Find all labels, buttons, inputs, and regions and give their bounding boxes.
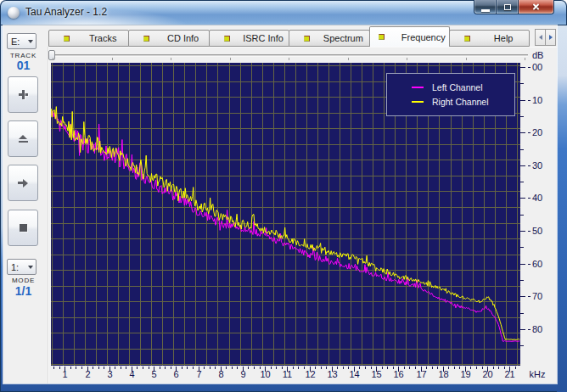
- svg-text:10: 10: [260, 369, 270, 379]
- tab-indicator-icon: [379, 34, 385, 40]
- chevron-down-icon: [28, 40, 33, 43]
- minimize-icon: [481, 9, 490, 12]
- svg-text:16: 16: [393, 369, 403, 379]
- drive-select[interactable]: E:: [7, 33, 36, 49]
- client-area: E: TRACK 01 1: MODE 1/1 TracksCD InfoISR…: [3, 25, 557, 384]
- svg-text:20: 20: [482, 369, 492, 379]
- svg-text:6: 6: [173, 369, 178, 379]
- app-icon[interactable]: [8, 7, 20, 19]
- svg-text:3: 3: [107, 369, 112, 379]
- svg-text:10: 10: [532, 95, 542, 105]
- tab-spectrum[interactable]: Spectrum: [289, 30, 369, 47]
- chevron-down-icon: [28, 266, 33, 269]
- svg-text:4: 4: [129, 369, 134, 379]
- tab-label: Tracks: [80, 33, 128, 43]
- eject-icon: [19, 135, 28, 143]
- mode-value: 1/1: [3, 284, 43, 298]
- tab-indicator-icon: [64, 36, 70, 42]
- tab-indicator-icon: [143, 36, 149, 42]
- svg-text:60: 60: [532, 259, 542, 269]
- svg-text:15: 15: [371, 369, 381, 379]
- svg-text:21: 21: [504, 369, 514, 379]
- app-window: Tau Analyzer - 1.2 E: TRACK 01 1: MODE 1…: [0, 0, 567, 392]
- svg-text:18: 18: [438, 369, 448, 379]
- plus-icon: [19, 90, 28, 99]
- tab-scroll-buttons: [535, 29, 556, 46]
- svg-text:2: 2: [85, 369, 90, 379]
- svg-text:5: 5: [151, 369, 156, 379]
- svg-text:9: 9: [240, 369, 245, 379]
- legend-item-right: Right Channel: [412, 97, 514, 108]
- svg-text:80: 80: [532, 324, 542, 334]
- tab-label: CD Info: [160, 33, 208, 43]
- slider-ticks: [48, 58, 532, 61]
- position-slider-track[interactable]: [49, 54, 528, 57]
- svg-text:12: 12: [305, 369, 315, 379]
- chart-legend: Left Channel Right Channel: [386, 73, 515, 116]
- svg-text:dB: dB: [532, 50, 543, 60]
- window-border-right: [557, 24, 567, 392]
- svg-text:70: 70: [532, 291, 542, 301]
- left-channel-swatch: [412, 87, 424, 88]
- title-bar[interactable]: Tau Analyzer - 1.2: [0, 0, 567, 25]
- eject-button[interactable]: [8, 120, 38, 157]
- svg-text:14: 14: [349, 369, 359, 379]
- close-button[interactable]: [518, 0, 554, 14]
- track-number: 01: [3, 59, 43, 72]
- next-button[interactable]: [8, 165, 38, 201]
- mode-select[interactable]: 1:: [7, 259, 36, 275]
- arrow-right-icon: [549, 35, 553, 40]
- svg-text:11: 11: [283, 369, 292, 379]
- tab-indicator-icon: [224, 36, 230, 42]
- tab-indicator-icon: [304, 36, 310, 42]
- tab-isrc-info[interactable]: ISRC Info: [209, 30, 289, 47]
- svg-text:20: 20: [532, 127, 542, 137]
- tab-frequency[interactable]: Frequency: [369, 26, 450, 47]
- svg-text:40: 40: [532, 193, 542, 203]
- close-icon: [532, 3, 540, 11]
- tab-scroll-right-button[interactable]: [545, 29, 556, 46]
- tab-cd-info[interactable]: CD Info: [128, 30, 209, 47]
- tab-label: Frequency: [401, 32, 449, 42]
- plus-button[interactable]: [8, 76, 38, 113]
- window-controls: [474, 0, 554, 14]
- right-channel-swatch: [412, 101, 424, 103]
- legend-item-left: Left Channel: [412, 82, 514, 93]
- minimize-button[interactable]: [474, 0, 497, 14]
- frequency-page: 123456789101112131415161718192021kHz0010…: [48, 47, 557, 384]
- svg-text:1: 1: [62, 369, 67, 379]
- tab-indicator-icon: [464, 36, 470, 42]
- maximize-button[interactable]: [496, 0, 519, 14]
- tab-tracks[interactable]: Tracks: [48, 30, 129, 47]
- svg-text:13: 13: [327, 369, 337, 379]
- svg-text:8: 8: [218, 369, 223, 379]
- arrow-left-icon: [539, 35, 542, 40]
- svg-text:kHz: kHz: [530, 369, 546, 379]
- svg-text:00: 00: [532, 62, 542, 72]
- tab-label: Spectrum: [320, 33, 368, 43]
- svg-text:7: 7: [196, 369, 201, 379]
- svg-text:19: 19: [460, 369, 470, 379]
- window-title: Tau Analyzer - 1.2: [25, 6, 107, 18]
- stop-button[interactable]: [8, 210, 38, 246]
- tab-bar: TracksCD InfoISRC InfoSpectrumFrequencyH…: [48, 28, 529, 47]
- tab-help[interactable]: Help: [449, 30, 530, 47]
- mode-label: MODE: [3, 277, 43, 284]
- tab-label: Help: [480, 33, 529, 43]
- tab-label: ISRC Info: [240, 33, 289, 43]
- svg-text:17: 17: [416, 369, 426, 379]
- maximize-icon: [504, 4, 511, 10]
- svg-text:50: 50: [532, 226, 542, 236]
- stop-icon: [20, 224, 27, 232]
- arrow-right-icon: [18, 179, 28, 188]
- svg-text:30: 30: [532, 160, 542, 171]
